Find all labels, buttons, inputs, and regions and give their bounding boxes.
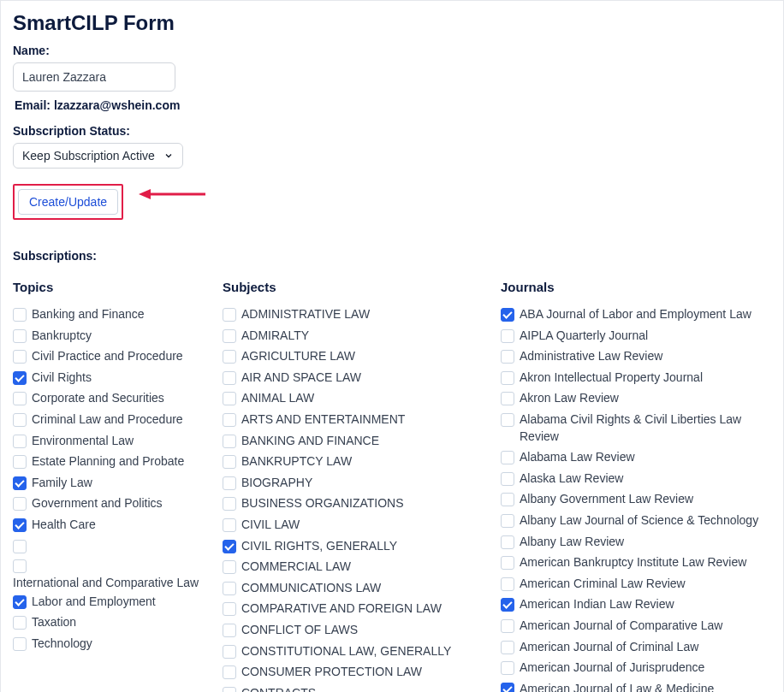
checkbox[interactable] xyxy=(13,435,27,448)
checkbox[interactable] xyxy=(223,497,236,511)
checkbox[interactable] xyxy=(13,637,27,651)
checkbox[interactable] xyxy=(13,329,27,343)
checkbox[interactable] xyxy=(13,392,27,405)
checkbox[interactable] xyxy=(223,624,236,637)
checkbox[interactable] xyxy=(501,577,514,591)
checkbox[interactable] xyxy=(13,308,27,322)
checkbox-label: ADMIRALTY xyxy=(241,328,309,345)
checkbox[interactable] xyxy=(501,683,514,692)
checkbox[interactable] xyxy=(501,661,514,675)
arrow-left-icon xyxy=(139,186,207,203)
checkbox[interactable] xyxy=(223,602,236,616)
checkbox[interactable] xyxy=(223,665,236,679)
checkbox[interactable] xyxy=(501,451,514,464)
checkbox[interactable] xyxy=(223,435,236,448)
checkbox[interactable] xyxy=(223,540,236,553)
status-select[interactable]: Keep Subscription Active xyxy=(13,143,183,169)
email-value: lzazzara@wshein.com xyxy=(54,98,180,112)
subjects-item: CONFLICT OF LAWS xyxy=(223,622,484,639)
checkbox-label: Alabama Civil Rights & Civil Liberties L… xyxy=(520,411,771,445)
checkbox[interactable] xyxy=(13,518,27,532)
checkbox[interactable] xyxy=(223,687,236,692)
checkbox-label: American Journal of Law & Medicine xyxy=(520,681,714,692)
journals-item: American Journal of Comparative Law xyxy=(501,618,771,635)
topics-item: Banking and Finance xyxy=(13,306,205,323)
checkbox[interactable] xyxy=(501,641,514,654)
checkbox-label: ANIMAL LAW xyxy=(241,390,314,407)
checkbox[interactable] xyxy=(501,371,514,385)
checkbox-label: International and Comparative Law xyxy=(13,576,205,589)
checkbox-label: ARTS AND ENTERTAINMENT xyxy=(241,411,405,429)
checkbox[interactable] xyxy=(223,476,236,490)
checkbox-label: American Indian Law Review xyxy=(520,596,674,613)
checkbox-label: CONSUMER PROTECTION LAW xyxy=(241,664,422,681)
checkbox[interactable] xyxy=(223,518,236,532)
subscriptions-label: Subscriptions: xyxy=(13,249,771,263)
name-input[interactable] xyxy=(13,62,175,92)
subjects-heading: Subjects xyxy=(223,280,484,294)
journals-item: American Journal of Jurisprudence xyxy=(501,659,771,677)
checkbox[interactable] xyxy=(501,598,514,612)
checkbox[interactable] xyxy=(13,476,27,490)
checkbox[interactable] xyxy=(501,308,514,322)
name-label: Name: xyxy=(13,44,771,57)
subjects-item: BANKING AND FINANCE xyxy=(223,433,484,450)
checkbox-label: Taxation xyxy=(32,614,76,631)
topics-item xyxy=(13,538,205,553)
checkbox[interactable] xyxy=(223,645,236,659)
email-label: Email: xyxy=(15,98,50,112)
checkbox[interactable] xyxy=(13,595,27,609)
topics-item: Bankruptcy xyxy=(13,328,205,345)
checkbox-label: ABA Journal of Labor and Employment Law xyxy=(520,306,751,323)
checkbox[interactable] xyxy=(223,329,236,343)
checkbox-label: AIR AND SPACE LAW xyxy=(241,370,361,387)
email-line: Email: lzazzara@wshein.com xyxy=(15,98,771,112)
checkbox-label: Bankruptcy xyxy=(32,328,92,345)
highlight-box: Create/Update xyxy=(13,184,123,220)
subjects-item: BANKRUPTCY LAW xyxy=(223,453,484,470)
checkbox-label: Civil Practice and Procedure xyxy=(32,348,183,365)
checkbox[interactable] xyxy=(501,413,514,427)
checkbox-label: Administrative Law Review xyxy=(520,348,662,365)
checkbox[interactable] xyxy=(501,350,514,364)
topics-item: Labor and Employment xyxy=(13,594,205,611)
checkbox[interactable] xyxy=(13,413,27,427)
checkbox[interactable] xyxy=(13,455,27,469)
checkbox[interactable] xyxy=(223,350,236,364)
checkbox-label: Family Law xyxy=(32,475,92,492)
checkbox[interactable] xyxy=(13,497,27,511)
checkbox[interactable] xyxy=(13,371,27,385)
checkbox-label: CONSTITUTIONAL LAW, GENERALLY xyxy=(241,643,451,660)
journals-item: Administrative Law Review xyxy=(501,348,771,365)
checkbox[interactable] xyxy=(13,350,27,364)
checkbox[interactable] xyxy=(501,493,514,506)
subjects-item: CONSTITUTIONAL LAW, GENERALLY xyxy=(223,643,484,660)
checkbox[interactable] xyxy=(501,392,514,405)
checkbox[interactable] xyxy=(223,308,236,322)
topics-item: Environmental Law xyxy=(13,433,205,450)
checkbox-label: Estate Planning and Probate xyxy=(32,453,184,470)
topics-item: Criminal Law and Procedure xyxy=(13,411,205,429)
checkbox[interactable] xyxy=(13,559,27,573)
checkbox[interactable] xyxy=(223,455,236,469)
subjects-item: COMMERCIAL LAW xyxy=(223,559,484,576)
topics-item: Estate Planning and Probate xyxy=(13,453,205,470)
checkbox-label: COMPARATIVE AND FOREIGN LAW xyxy=(241,600,442,618)
checkbox-label: Health Care xyxy=(32,517,96,534)
journals-item: Albany Law Journal of Science & Technolo… xyxy=(501,512,771,529)
checkbox[interactable] xyxy=(501,556,514,570)
checkbox[interactable] xyxy=(223,413,236,427)
checkbox[interactable] xyxy=(13,540,27,553)
checkbox[interactable] xyxy=(223,582,236,595)
checkbox[interactable] xyxy=(223,392,236,405)
checkbox[interactable] xyxy=(13,616,27,630)
form-container: SmartCILP Form Name: Email: lzazzara@wsh… xyxy=(0,0,784,692)
checkbox[interactable] xyxy=(223,371,236,385)
checkbox[interactable] xyxy=(501,472,514,486)
checkbox[interactable] xyxy=(501,329,514,343)
checkbox[interactable] xyxy=(501,535,514,549)
checkbox[interactable] xyxy=(501,619,514,633)
checkbox[interactable] xyxy=(223,560,236,574)
create-update-button[interactable]: Create/Update xyxy=(18,189,118,215)
checkbox[interactable] xyxy=(501,514,514,528)
